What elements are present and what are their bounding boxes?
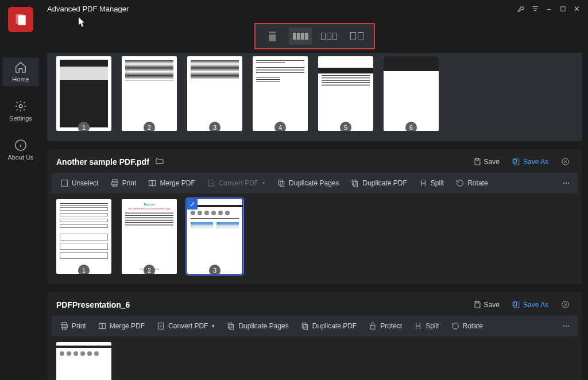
svg-rect-27 <box>230 324 234 329</box>
sidebar-item-label: Home <box>12 76 29 83</box>
main-content: 1 2 3 4 5 <box>41 17 588 380</box>
svg-rect-17 <box>354 181 358 187</box>
page-number-badge: 5 <box>340 122 351 131</box>
page-number-badge: 3 <box>209 122 220 131</box>
home-icon <box>14 61 27 73</box>
document-section-1: Another sample PDF.pdf Save Save As Unse… <box>47 149 582 284</box>
svg-rect-30 <box>370 325 375 329</box>
svg-rect-24 <box>102 323 105 328</box>
checkmark-icon: ✓ <box>187 199 198 210</box>
svg-rect-16 <box>353 180 357 185</box>
info-icon <box>14 139 27 152</box>
svg-rect-7 <box>61 180 68 187</box>
svg-rect-26 <box>229 323 233 328</box>
page-number-badge: 1 <box>78 122 90 131</box>
document-title: PDFPresentation_6 <box>56 300 130 309</box>
svg-rect-23 <box>99 323 102 328</box>
sidebar-item-label: About Us <box>7 154 33 161</box>
merge-button[interactable]: Merge PDF <box>144 176 198 190</box>
save-as-button[interactable]: Save As <box>509 298 552 311</box>
svg-rect-28 <box>302 323 306 328</box>
duplicate-pages-button[interactable]: Duplicate Pages <box>273 176 342 190</box>
protect-button[interactable]: Protect <box>365 319 405 333</box>
sidebar-item-settings[interactable]: Settings <box>2 96 39 125</box>
document-toolbar: Print Merge PDF Convert PDF▾ Duplicate P… <box>52 316 578 336</box>
view-mode-filmstrip[interactable] <box>289 28 312 45</box>
convert-button[interactable]: Convert PDF▾ <box>153 319 218 333</box>
key-icon[interactable] <box>514 2 528 15</box>
page-number-badge: 2 <box>144 122 155 131</box>
svg-rect-12 <box>152 180 155 185</box>
more-button[interactable]: ⋯ <box>559 320 573 332</box>
print-button[interactable]: Print <box>107 176 140 190</box>
page-thumb[interactable]: 3 <box>187 56 242 131</box>
sidebar-item-label: Settings <box>9 115 32 122</box>
svg-rect-29 <box>304 324 308 329</box>
unselect-button[interactable]: Unselect <box>56 176 102 190</box>
page-number-badge: 6 <box>405 122 417 131</box>
svg-rect-8 <box>113 180 117 182</box>
more-button[interactable]: ⋯ <box>559 177 573 189</box>
document-section-0: 1 2 3 4 5 <box>47 53 582 141</box>
duplicate-pdf-button[interactable]: Duplicate PDF <box>347 176 410 190</box>
page-thumb[interactable]: DunList Get a FREE Business Service Web … <box>122 199 177 274</box>
page-thumb[interactable]: ✓ 3 <box>187 199 242 274</box>
page-number-badge: 1 <box>78 265 90 274</box>
page-thumb[interactable]: 1 <box>56 199 111 274</box>
svg-rect-22 <box>63 327 67 329</box>
split-button[interactable]: Split <box>410 319 442 333</box>
svg-rect-0 <box>560 6 564 10</box>
page-number-badge: 2 <box>144 265 155 274</box>
svg-rect-18 <box>513 303 516 306</box>
duplicate-pdf-button[interactable]: Duplicate PDF <box>297 319 360 333</box>
page-thumb[interactable]: 4 <box>253 56 308 131</box>
svg-rect-10 <box>113 184 117 187</box>
svg-rect-5 <box>513 160 516 163</box>
print-button[interactable]: Print <box>56 319 90 333</box>
title-bar: Advanced PDF Manager – ✕ <box>0 0 588 17</box>
rotate-button[interactable]: Rotate <box>452 176 491 190</box>
rotate-button[interactable]: Rotate <box>447 319 486 333</box>
view-mode-grid2[interactable] <box>346 28 369 45</box>
svg-rect-15 <box>280 181 284 187</box>
svg-rect-2 <box>18 15 26 25</box>
page-thumb[interactable] <box>56 342 111 380</box>
document-section-2: PDFPresentation_6 Save Save As Print Mer… <box>47 292 582 380</box>
convert-button[interactable]: Convert PDF▾ <box>203 176 269 190</box>
svg-rect-20 <box>62 323 67 325</box>
merge-button[interactable]: Merge PDF <box>94 319 148 333</box>
close-document-button[interactable] <box>558 155 573 168</box>
open-folder-icon[interactable] <box>155 156 164 168</box>
minimize-button[interactable]: – <box>542 2 556 15</box>
page-thumb[interactable]: 1 <box>56 56 111 131</box>
app-logo <box>8 7 33 32</box>
sidebar-item-home[interactable]: Home <box>2 57 39 86</box>
page-number-badge: 4 <box>274 122 286 131</box>
maximize-button[interactable] <box>556 2 570 15</box>
split-button[interactable]: Split <box>415 176 447 190</box>
document-title: Another sample PDF.pdf <box>56 157 149 166</box>
sidebar-item-about[interactable]: About Us <box>2 135 39 164</box>
view-mode-toolbar <box>254 23 375 49</box>
menu-icon[interactable] <box>528 2 542 15</box>
close-button[interactable]: ✕ <box>570 2 583 15</box>
view-mode-grid3[interactable] <box>318 28 341 45</box>
document-toolbar: Unselect Print Merge PDF Convert PDF▾ Du… <box>52 173 578 193</box>
app-title: Advanced PDF Manager <box>47 5 129 13</box>
duplicate-pages-button[interactable]: Duplicate Pages <box>223 319 292 333</box>
svg-rect-11 <box>149 180 152 185</box>
svg-point-3 <box>19 104 22 108</box>
save-button[interactable]: Save <box>470 155 503 168</box>
gear-icon <box>14 100 27 113</box>
svg-rect-14 <box>278 180 283 185</box>
page-number-badge: 3 <box>209 265 220 274</box>
page-thumb[interactable]: 5 <box>318 56 373 131</box>
sidebar: Home Settings About Us <box>0 17 41 380</box>
save-button[interactable]: Save <box>470 298 503 311</box>
page-thumb[interactable]: 6 <box>384 56 439 131</box>
close-document-button[interactable] <box>558 298 573 311</box>
view-mode-single[interactable] <box>261 28 284 45</box>
save-as-button[interactable]: Save As <box>509 155 552 168</box>
page-thumb[interactable]: 2 <box>122 56 177 131</box>
